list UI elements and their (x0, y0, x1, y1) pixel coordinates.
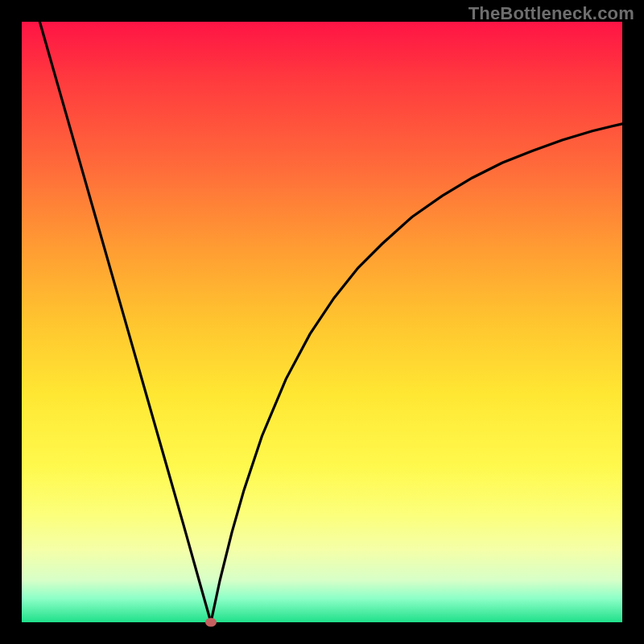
chart-frame: TheBottleneck.com (0, 0, 644, 644)
plot-area (22, 22, 622, 622)
left-branch-path (39, 22, 211, 622)
optimum-marker (205, 618, 217, 627)
bottleneck-curve (22, 22, 622, 622)
right-branch-path (211, 124, 622, 622)
